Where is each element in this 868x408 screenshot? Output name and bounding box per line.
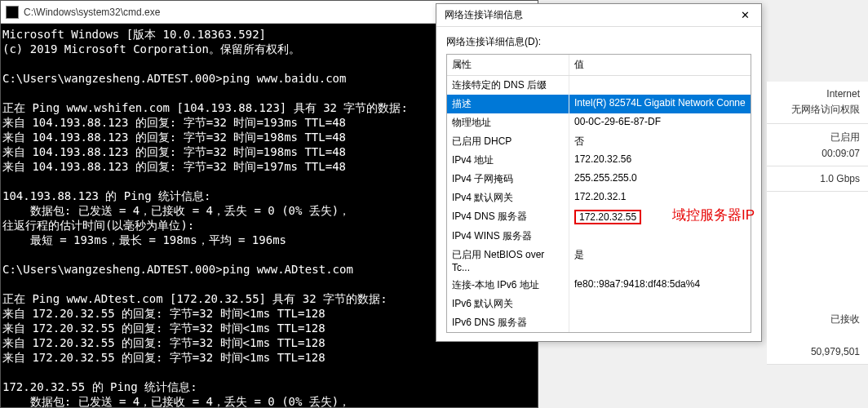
property-name: IPv6 默认网关 [447, 295, 569, 313]
table-row[interactable]: 物理地址00-0C-29-6E-87-DF [447, 113, 751, 132]
list-label: 网络连接详细信息(D): [446, 35, 751, 49]
close-button[interactable]: ✕ [733, 7, 756, 24]
table-row[interactable]: 连接特定的 DNS 后缀 [447, 76, 751, 95]
table-header: 属性 值 [447, 55, 751, 76]
property-name: IPv4 默认网关 [447, 188, 569, 207]
status-value: 50,979,501 [775, 346, 860, 357]
table-row[interactable]: IPv4 WINS 服务器 [447, 227, 751, 246]
table-row[interactable]: 已启用 NetBIOS over Tc...是 [447, 246, 751, 276]
header-value[interactable]: 值 [569, 55, 751, 75]
property-value [569, 295, 751, 313]
property-value: Intel(R) 82574L Gigabit Network Conne [569, 95, 751, 113]
property-value: fe80::98a7:9418:df48:5da%4 [569, 276, 751, 295]
property-value: 否 [569, 132, 751, 151]
status-enabled: 已启用 00:09:07 [767, 124, 868, 166]
property-name: IPv4 地址 [447, 151, 569, 170]
property-value: 00-0C-29-6E-87-DF [569, 113, 751, 132]
table-row[interactable]: IPv6 DNS 服务器 [447, 313, 751, 332]
table-row[interactable]: IPv6 默认网关 [447, 295, 751, 313]
property-name: IPv4 DNS 服务器 [447, 207, 569, 227]
property-name: 连接特定的 DNS 后缀 [447, 76, 569, 95]
properties-table: 属性 值 连接特定的 DNS 后缀描述Intel(R) 82574L Gigab… [446, 54, 751, 333]
property-name: IPv6 DNS 服务器 [447, 313, 569, 332]
table-row[interactable]: IPv4 默认网关172.20.32.1 [447, 188, 751, 207]
dialog-body: 网络连接详细信息(D): 属性 值 连接特定的 DNS 后缀描述Intel(R)… [436, 27, 761, 341]
cmd-title: C:\Windows\system32\cmd.exe [24, 7, 160, 18]
property-value: 是 [569, 246, 751, 276]
status-label: Internet [775, 88, 860, 100]
property-name: IPv4 WINS 服务器 [447, 227, 569, 246]
status-value: 1.0 Gbps [775, 173, 860, 184]
property-value [569, 76, 751, 95]
table-row[interactable]: 已启用 DHCP否 [447, 132, 751, 151]
network-details-dialog: 网络连接详细信息 ✕ 网络连接详细信息(D): 属性 值 连接特定的 DNS 后… [436, 3, 762, 342]
property-name: 物理地址 [447, 113, 569, 132]
table-row[interactable]: 描述Intel(R) 82574L Gigabit Network Conne [447, 95, 751, 113]
cmd-icon [6, 6, 19, 19]
status-value: 无网络访问权限 [775, 103, 860, 117]
dns-highlight-box: 172.20.32.55 [574, 210, 641, 224]
property-value: 255.255.255.0 [569, 170, 751, 188]
property-value [569, 227, 751, 246]
property-value: 172.20.32.56 [569, 151, 751, 170]
property-name: 已启用 NetBIOS over Tc... [447, 246, 569, 276]
status-received: 已接收 50,979,501 [767, 306, 868, 365]
status-value: 00:09:07 [775, 148, 860, 159]
table-body: 连接特定的 DNS 后缀描述Intel(R) 82574L Gigabit Ne… [447, 76, 751, 332]
property-value [569, 313, 751, 332]
status-speed: 1.0 Gbps [767, 166, 868, 192]
dialog-titlebar[interactable]: 网络连接详细信息 ✕ [436, 4, 761, 27]
table-row[interactable]: 连接-本地 IPv6 地址fe80::98a7:9418:df48:5da%4 [447, 276, 751, 295]
dialog-title: 网络连接详细信息 [445, 8, 523, 22]
status-label: 已启用 [775, 131, 860, 144]
table-row[interactable]: IPv4 地址172.20.32.56 [447, 151, 751, 170]
status-internet: Internet 无网络访问权限 [767, 82, 868, 124]
property-name: 连接-本地 IPv6 地址 [447, 276, 569, 295]
status-right-panel: Internet 无网络访问权限 已启用 00:09:07 1.0 Gbps 已… [767, 82, 868, 365]
property-name: 描述 [447, 95, 569, 113]
annotation-label: 域控服务器IP [672, 206, 755, 224]
property-name: 已启用 DHCP [447, 132, 569, 151]
property-name: IPv4 子网掩码 [447, 170, 569, 188]
status-label: 已接收 [775, 313, 860, 326]
table-row[interactable]: IPv4 子网掩码255.255.255.0 [447, 170, 751, 188]
property-value: 172.20.32.1 [569, 188, 751, 207]
header-property[interactable]: 属性 [447, 55, 569, 75]
